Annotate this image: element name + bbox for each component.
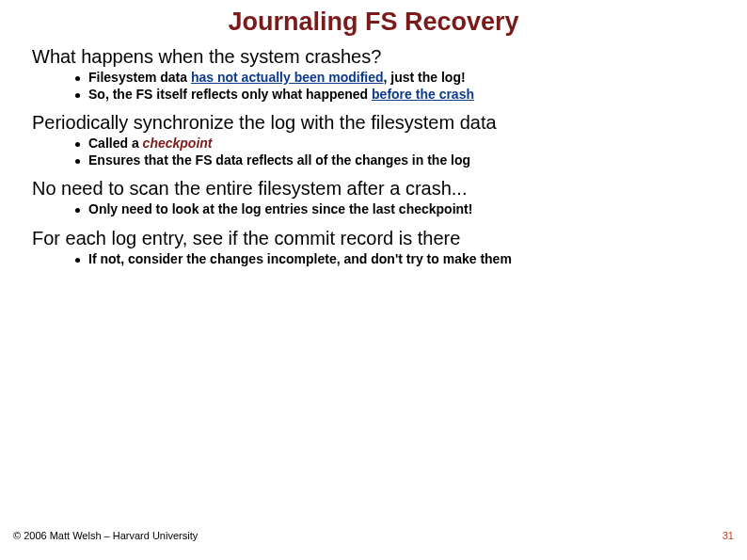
bullet-list: Filesystem data has not actually been mo…	[32, 70, 715, 103]
section-3: For each log entry, see if the commit re…	[32, 228, 715, 268]
footer-copyright: © 2006 Matt Welsh – Harvard University	[13, 530, 198, 541]
bullet-item: Called a checkpoint	[75, 136, 715, 152]
slide-number: 31	[723, 530, 734, 541]
section-heading: No need to scan the entire filesystem af…	[32, 178, 715, 200]
section-2: No need to scan the entire filesystem af…	[32, 178, 715, 218]
bullet-item: Ensures that the FS data reflects all of…	[75, 152, 715, 169]
bullet-item: So, the FS itself reflects only what hap…	[75, 87, 715, 104]
section-heading: Periodically synchronize the log with th…	[32, 112, 715, 134]
slide-title: Journaling FS Recovery	[32, 8, 715, 37]
bullet-list: Called a checkpoint Ensures that the FS …	[32, 136, 715, 168]
slide: Journaling FS Recovery What happens when…	[0, 0, 747, 560]
bullet-list: If not, consider the changes incomplete,…	[32, 251, 715, 268]
section-1: Periodically synchronize the log with th…	[32, 112, 715, 168]
section-0: What happens when the system crashes? Fi…	[32, 46, 715, 103]
section-heading: What happens when the system crashes?	[32, 46, 715, 68]
bullet-item: Only need to look at the log entries sin…	[75, 201, 715, 218]
bullet-item: Filesystem data has not actually been mo…	[75, 70, 715, 87]
section-heading: For each log entry, see if the commit re…	[32, 228, 715, 249]
bullet-list: Only need to look at the log entries sin…	[32, 201, 715, 218]
bullet-item: If not, consider the changes incomplete,…	[75, 251, 715, 268]
